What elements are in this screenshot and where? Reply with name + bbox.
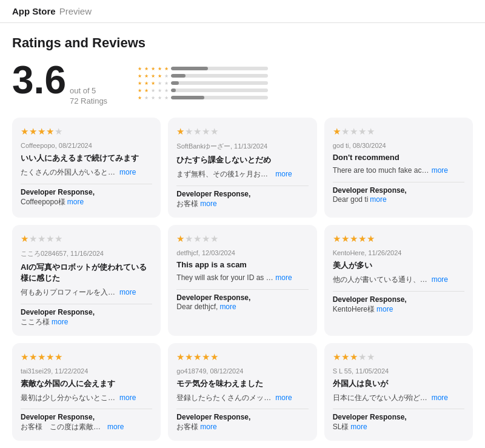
dev-response-text: お客様 この度は素敵なレビューをありが bbox=[21, 422, 105, 432]
review-stars: ★★★★★ bbox=[21, 126, 152, 137]
review-title: Don't recommend bbox=[333, 153, 464, 162]
star-bar-row: ★★★★★ bbox=[138, 73, 268, 79]
main-content: Ratings and Reviews 3.6 out of 5 72 Rati… bbox=[0, 23, 485, 448]
dev-more-link[interactable]: more bbox=[219, 303, 236, 311]
review-card: ★★★★★ go418749, 08/12/2024 モテ気分を味わえました 登… bbox=[168, 343, 316, 441]
review-card: ★★★★★ detfhjcf, 12/03/2024 This app is a… bbox=[168, 225, 316, 336]
more-link[interactable]: more bbox=[432, 275, 448, 285]
review-title: いい人にあえるまで続けてみます bbox=[21, 153, 152, 164]
review-title: 外国人は良いが bbox=[333, 378, 464, 389]
review-title: ひたすら課金しないとだめ bbox=[176, 155, 308, 165]
dev-response-text: Dear dethjcf, bbox=[176, 303, 218, 311]
developer-response: Developer Response, Coffeepopo様 more bbox=[21, 184, 152, 207]
dev-more-link[interactable]: more bbox=[67, 198, 84, 206]
review-body: 最初は少し分からないところがありました more bbox=[21, 393, 152, 403]
review-stars: ★★★★★ bbox=[176, 233, 308, 244]
bar-track bbox=[171, 74, 268, 78]
developer-response: Developer Response, お客様 more bbox=[176, 409, 308, 432]
out-of-label: out of 5 bbox=[70, 86, 107, 95]
review-title: モテ気分を味わえました bbox=[176, 378, 308, 389]
review-title: 素敵な外国の人に会えます bbox=[21, 378, 152, 389]
review-stars: ★★★★★ bbox=[176, 352, 308, 363]
star-bar-row: ★★★★★ bbox=[138, 88, 268, 93]
review-meta: SoftBankゆーざー, 11/13/2024 bbox=[176, 142, 308, 151]
bar-fill bbox=[171, 74, 186, 78]
big-rating: 3.6 out of 5 72 Ratings bbox=[12, 61, 107, 105]
dev-response-body: Dear god ti more bbox=[333, 195, 464, 204]
review-body: 何もありプロフィールを入力してないのに more bbox=[21, 287, 152, 298]
dev-response-title: Developer Response, bbox=[21, 308, 152, 316]
review-card: ★★★★★ S L 55, 11/05/2024 外国人は良いが 日本に住んでな… bbox=[324, 343, 473, 441]
dev-response-title: Developer Response, bbox=[176, 190, 308, 198]
dev-more-link[interactable]: more bbox=[370, 195, 386, 204]
bar-fill bbox=[171, 67, 208, 70]
star-bars: ★★★★★★★★★★★★★★★★★★★★★★★★★ bbox=[138, 66, 268, 101]
review-meta: god ti, 08/30/2024 bbox=[333, 142, 464, 149]
dev-more-link[interactable]: more bbox=[200, 423, 216, 431]
review-body: 他の人が書いている通り、少しあやしいプ more bbox=[333, 275, 464, 285]
dev-response-body: Coffeepopo様 more bbox=[21, 197, 152, 207]
bar-track bbox=[171, 96, 268, 99]
more-link[interactable]: more bbox=[432, 393, 448, 403]
review-stars: ★★★★★ bbox=[21, 233, 152, 244]
review-meta: Coffeepopo, 08/21/2024 bbox=[21, 142, 152, 149]
total-ratings: 72 Ratings bbox=[70, 96, 107, 105]
big-number: 3.6 bbox=[12, 61, 66, 99]
dev-more-link[interactable]: more bbox=[52, 318, 68, 326]
review-body-text: There are too much fake accounts try to bbox=[333, 165, 430, 176]
more-link[interactable]: more bbox=[119, 287, 136, 298]
rating-meta: out of 5 72 Ratings bbox=[70, 86, 107, 105]
more-link[interactable]: more bbox=[119, 167, 136, 178]
dev-more-link[interactable]: more bbox=[107, 423, 124, 431]
review-card: ★★★★★ SoftBankゆーざー, 11/13/2024 ひたすら課金しない… bbox=[168, 118, 316, 218]
dev-response-title: Developer Response, bbox=[333, 186, 464, 195]
dev-response-title: Developer Response, bbox=[333, 295, 464, 304]
review-stars: ★★★★★ bbox=[333, 352, 464, 363]
developer-response: Developer Response, こころ様 more bbox=[21, 304, 152, 327]
dev-response-title: Developer Response, bbox=[176, 293, 308, 302]
more-link[interactable]: more bbox=[119, 393, 136, 403]
dev-response-body: こころ様 more bbox=[21, 317, 152, 327]
dev-response-title: Developer Response, bbox=[21, 413, 152, 421]
review-title: This app is a scam bbox=[176, 260, 308, 269]
bar-track bbox=[171, 67, 268, 70]
review-body: There are too much fake accounts try to … bbox=[333, 165, 464, 176]
app-bar-subtitle: Preview bbox=[59, 6, 92, 16]
review-body: まず無料、その後1ヶ月お試しで3500円の more bbox=[176, 169, 308, 179]
review-body: 日本に住んでない人が殆どなので意味があ more bbox=[333, 393, 464, 403]
dev-response-text: お客様 bbox=[176, 422, 198, 432]
review-body-text: まず無料、その後1ヶ月お試しで3500円の bbox=[176, 169, 273, 179]
review-meta: tai31sei29, 11/22/2024 bbox=[21, 367, 152, 375]
section-title: Ratings and Reviews bbox=[12, 35, 473, 51]
review-title: AIの写真やロボットが使われている様に感じた bbox=[21, 262, 152, 284]
more-link[interactable]: more bbox=[275, 273, 292, 283]
dev-more-link[interactable]: more bbox=[350, 423, 367, 431]
reviews-grid: ★★★★★ Coffeepopo, 08/21/2024 いい人にあえるまで続け… bbox=[12, 118, 473, 448]
developer-response: Developer Response, お客様 more bbox=[176, 186, 308, 209]
bar-fill bbox=[171, 89, 176, 92]
dev-more-link[interactable]: more bbox=[200, 199, 216, 208]
app-bar-title: App Store bbox=[12, 6, 56, 16]
review-meta: KentoHere, 11/26/2024 bbox=[333, 249, 464, 256]
developer-response: Developer Response, SL様 more bbox=[333, 409, 464, 432]
dev-response-title: Developer Response, bbox=[21, 188, 152, 196]
dev-response-text: SL様 bbox=[333, 422, 349, 432]
review-meta: detfhjcf, 12/03/2024 bbox=[176, 249, 308, 256]
dev-more-link[interactable]: more bbox=[376, 305, 393, 313]
developer-response: Developer Response, KentoHere様 more bbox=[333, 291, 464, 315]
more-link[interactable]: more bbox=[275, 393, 292, 403]
review-body-text: 他の人が書いている通り、少しあやしいプ bbox=[333, 275, 430, 285]
ratings-overview: 3.6 out of 5 72 Ratings ★★★★★★★★★★★★★★★★… bbox=[12, 61, 473, 105]
dev-response-title: Developer Response, bbox=[333, 413, 464, 421]
app-bar: App Store Preview bbox=[0, 0, 485, 23]
star-bar-row: ★★★★★ bbox=[138, 95, 268, 101]
review-body-text: They will ask for your ID as identificat… bbox=[176, 273, 273, 283]
more-link[interactable]: more bbox=[275, 169, 292, 179]
dev-response-body: SL様 more bbox=[333, 422, 464, 432]
more-link[interactable]: more bbox=[432, 165, 448, 176]
review-title: 美人が多い bbox=[333, 260, 464, 271]
review-meta: S L 55, 11/05/2024 bbox=[333, 367, 464, 375]
dev-response-text: こころ様 bbox=[21, 317, 50, 327]
dev-response-body: Dear dethjcf, more bbox=[176, 303, 308, 311]
review-body-text: 登録したらたくさんのメッセージが届きました bbox=[176, 393, 273, 403]
